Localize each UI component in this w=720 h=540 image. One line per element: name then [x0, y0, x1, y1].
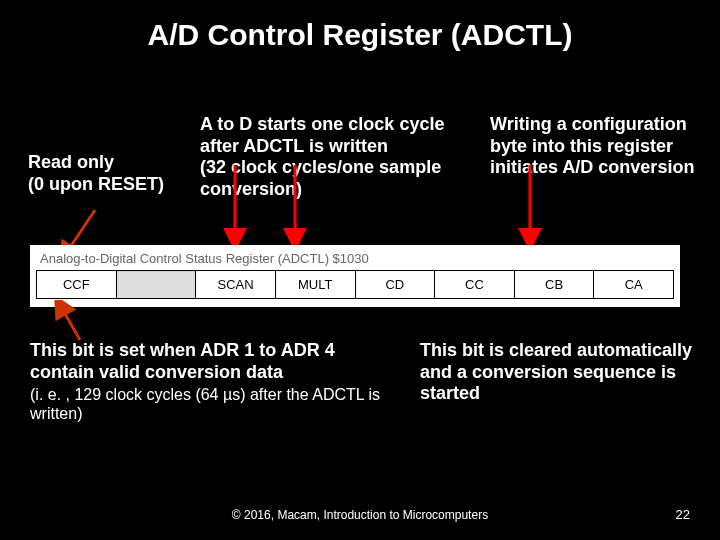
bit-reserved — [116, 271, 196, 299]
upper-annotations: Read only(0 upon RESET) A to D starts on… — [0, 52, 720, 252]
arrow-write-config — [515, 160, 545, 250]
register-caption: Analog-to-Digital Control Status Registe… — [40, 251, 670, 266]
note-bit-set-sub: (i. e. , 129 clock cycles (64 µs) after … — [30, 385, 390, 423]
bit-ccf: CCF — [37, 271, 117, 299]
svg-line-9 — [60, 305, 80, 340]
bit-cd: CD — [355, 271, 435, 299]
slide-title: A/D Control Register (ADCTL) — [0, 0, 720, 52]
note-read-only: Read only(0 upon RESET) — [28, 152, 188, 195]
page-number: 22 — [676, 507, 690, 522]
bit-mult: MULT — [275, 271, 355, 299]
register-bit-table: CCF SCAN MULT CD CC CB CA — [36, 270, 674, 299]
bit-cc: CC — [435, 271, 515, 299]
note-bit-set: This bit is set when ADR 1 to ADR 4 cont… — [30, 340, 390, 424]
footer-citation: © 2016, Macam, Introduction to Microcomp… — [0, 508, 720, 522]
arrow-from-ccf-down — [50, 300, 90, 345]
arrow-to-scan — [220, 160, 250, 250]
note-bit-cleared: This bit is cleared automatically and a … — [420, 340, 700, 405]
bit-cb: CB — [514, 271, 594, 299]
arrow-to-mult — [280, 160, 310, 250]
bit-scan: SCAN — [196, 271, 276, 299]
bit-ca: CA — [594, 271, 674, 299]
note-bit-set-main: This bit is set when ADR 1 to ADR 4 cont… — [30, 340, 390, 383]
register-diagram: Analog-to-Digital Control Status Registe… — [30, 245, 680, 307]
